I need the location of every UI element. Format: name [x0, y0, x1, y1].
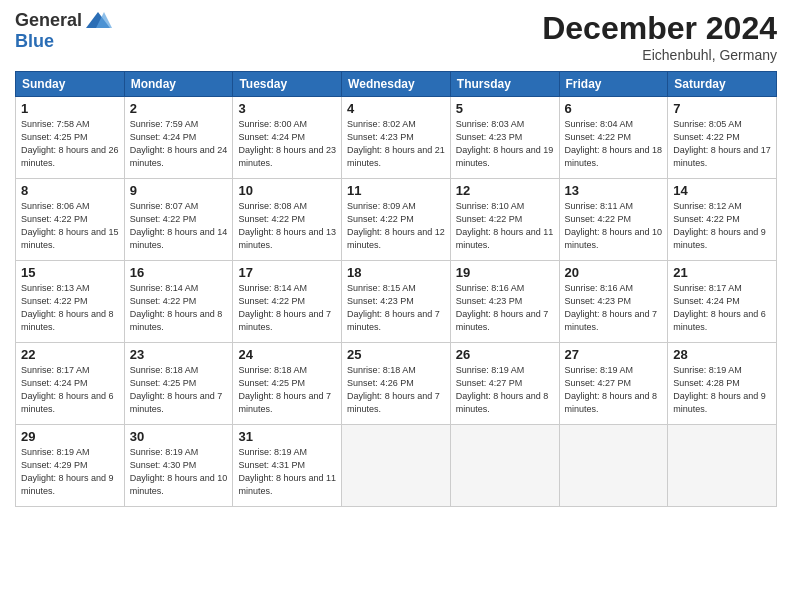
day-info: Sunrise: 8:17 AMSunset: 4:24 PMDaylight:… [21, 364, 119, 416]
day-number: 30 [130, 429, 228, 444]
day-number: 9 [130, 183, 228, 198]
day-info: Sunrise: 8:13 AMSunset: 4:22 PMDaylight:… [21, 282, 119, 334]
col-wednesday: Wednesday [342, 72, 451, 97]
calendar-week-row: 22Sunrise: 8:17 AMSunset: 4:24 PMDayligh… [16, 343, 777, 425]
calendar-week-row: 15Sunrise: 8:13 AMSunset: 4:22 PMDayligh… [16, 261, 777, 343]
day-number: 24 [238, 347, 336, 362]
logo: General Blue [15, 10, 112, 52]
day-info: Sunrise: 8:19 AMSunset: 4:28 PMDaylight:… [673, 364, 771, 416]
day-info: Sunrise: 8:16 AMSunset: 4:23 PMDaylight:… [456, 282, 554, 334]
day-number: 17 [238, 265, 336, 280]
calendar-day [450, 425, 559, 507]
col-friday: Friday [559, 72, 668, 97]
calendar-day: 23Sunrise: 8:18 AMSunset: 4:25 PMDayligh… [124, 343, 233, 425]
calendar-day: 11Sunrise: 8:09 AMSunset: 4:22 PMDayligh… [342, 179, 451, 261]
day-info: Sunrise: 8:04 AMSunset: 4:22 PMDaylight:… [565, 118, 663, 170]
day-info: Sunrise: 8:09 AMSunset: 4:22 PMDaylight:… [347, 200, 445, 252]
day-info: Sunrise: 8:06 AMSunset: 4:22 PMDaylight:… [21, 200, 119, 252]
calendar-day: 25Sunrise: 8:18 AMSunset: 4:26 PMDayligh… [342, 343, 451, 425]
calendar-day: 24Sunrise: 8:18 AMSunset: 4:25 PMDayligh… [233, 343, 342, 425]
calendar-table: Sunday Monday Tuesday Wednesday Thursday… [15, 71, 777, 507]
logo-general: General [15, 10, 82, 30]
col-monday: Monday [124, 72, 233, 97]
calendar-day: 9Sunrise: 8:07 AMSunset: 4:22 PMDaylight… [124, 179, 233, 261]
calendar-day: 22Sunrise: 8:17 AMSunset: 4:24 PMDayligh… [16, 343, 125, 425]
calendar-day: 31Sunrise: 8:19 AMSunset: 4:31 PMDayligh… [233, 425, 342, 507]
calendar-day [342, 425, 451, 507]
day-number: 8 [21, 183, 119, 198]
calendar-day [668, 425, 777, 507]
day-info: Sunrise: 8:14 AMSunset: 4:22 PMDaylight:… [130, 282, 228, 334]
day-number: 19 [456, 265, 554, 280]
day-number: 18 [347, 265, 445, 280]
day-number: 20 [565, 265, 663, 280]
location: Eichenbuhl, Germany [542, 47, 777, 63]
logo-icon [84, 10, 112, 32]
calendar-day: 29Sunrise: 8:19 AMSunset: 4:29 PMDayligh… [16, 425, 125, 507]
calendar-day: 8Sunrise: 8:06 AMSunset: 4:22 PMDaylight… [16, 179, 125, 261]
day-number: 23 [130, 347, 228, 362]
logo-blue: Blue [15, 32, 112, 52]
calendar-day [559, 425, 668, 507]
day-info: Sunrise: 8:12 AMSunset: 4:22 PMDaylight:… [673, 200, 771, 252]
calendar-day: 30Sunrise: 8:19 AMSunset: 4:30 PMDayligh… [124, 425, 233, 507]
calendar-day: 6Sunrise: 8:04 AMSunset: 4:22 PMDaylight… [559, 97, 668, 179]
day-info: Sunrise: 8:14 AMSunset: 4:22 PMDaylight:… [238, 282, 336, 334]
day-info: Sunrise: 8:17 AMSunset: 4:24 PMDaylight:… [673, 282, 771, 334]
calendar-day: 26Sunrise: 8:19 AMSunset: 4:27 PMDayligh… [450, 343, 559, 425]
calendar-day: 28Sunrise: 8:19 AMSunset: 4:28 PMDayligh… [668, 343, 777, 425]
day-info: Sunrise: 8:11 AMSunset: 4:22 PMDaylight:… [565, 200, 663, 252]
day-number: 5 [456, 101, 554, 116]
day-info: Sunrise: 8:19 AMSunset: 4:31 PMDaylight:… [238, 446, 336, 498]
calendar-day: 15Sunrise: 8:13 AMSunset: 4:22 PMDayligh… [16, 261, 125, 343]
calendar-week-row: 29Sunrise: 8:19 AMSunset: 4:29 PMDayligh… [16, 425, 777, 507]
calendar-day: 20Sunrise: 8:16 AMSunset: 4:23 PMDayligh… [559, 261, 668, 343]
calendar-header-row: Sunday Monday Tuesday Wednesday Thursday… [16, 72, 777, 97]
calendar-day: 16Sunrise: 8:14 AMSunset: 4:22 PMDayligh… [124, 261, 233, 343]
calendar-day: 3Sunrise: 8:00 AMSunset: 4:24 PMDaylight… [233, 97, 342, 179]
calendar-day: 12Sunrise: 8:10 AMSunset: 4:22 PMDayligh… [450, 179, 559, 261]
day-number: 26 [456, 347, 554, 362]
day-info: Sunrise: 8:02 AMSunset: 4:23 PMDaylight:… [347, 118, 445, 170]
day-number: 15 [21, 265, 119, 280]
col-sunday: Sunday [16, 72, 125, 97]
day-number: 28 [673, 347, 771, 362]
day-number: 1 [21, 101, 119, 116]
calendar-day: 18Sunrise: 8:15 AMSunset: 4:23 PMDayligh… [342, 261, 451, 343]
day-number: 16 [130, 265, 228, 280]
day-number: 10 [238, 183, 336, 198]
calendar-week-row: 1Sunrise: 7:58 AMSunset: 4:25 PMDaylight… [16, 97, 777, 179]
day-info: Sunrise: 8:18 AMSunset: 4:25 PMDaylight:… [130, 364, 228, 416]
day-number: 14 [673, 183, 771, 198]
day-info: Sunrise: 8:07 AMSunset: 4:22 PMDaylight:… [130, 200, 228, 252]
calendar-day: 2Sunrise: 7:59 AMSunset: 4:24 PMDaylight… [124, 97, 233, 179]
day-info: Sunrise: 8:16 AMSunset: 4:23 PMDaylight:… [565, 282, 663, 334]
calendar-day: 13Sunrise: 8:11 AMSunset: 4:22 PMDayligh… [559, 179, 668, 261]
day-number: 31 [238, 429, 336, 444]
day-number: 7 [673, 101, 771, 116]
calendar-day: 7Sunrise: 8:05 AMSunset: 4:22 PMDaylight… [668, 97, 777, 179]
col-thursday: Thursday [450, 72, 559, 97]
calendar-day: 10Sunrise: 8:08 AMSunset: 4:22 PMDayligh… [233, 179, 342, 261]
header: General Blue December 2024 Eichenbuhl, G… [15, 10, 777, 63]
day-info: Sunrise: 8:18 AMSunset: 4:25 PMDaylight:… [238, 364, 336, 416]
calendar-week-row: 8Sunrise: 8:06 AMSunset: 4:22 PMDaylight… [16, 179, 777, 261]
day-number: 25 [347, 347, 445, 362]
calendar-day: 21Sunrise: 8:17 AMSunset: 4:24 PMDayligh… [668, 261, 777, 343]
day-number: 27 [565, 347, 663, 362]
day-info: Sunrise: 8:19 AMSunset: 4:29 PMDaylight:… [21, 446, 119, 498]
month-year: December 2024 [542, 10, 777, 47]
day-number: 11 [347, 183, 445, 198]
day-number: 2 [130, 101, 228, 116]
day-info: Sunrise: 8:18 AMSunset: 4:26 PMDaylight:… [347, 364, 445, 416]
day-info: Sunrise: 7:59 AMSunset: 4:24 PMDaylight:… [130, 118, 228, 170]
day-number: 4 [347, 101, 445, 116]
calendar-day: 4Sunrise: 8:02 AMSunset: 4:23 PMDaylight… [342, 97, 451, 179]
title-block: December 2024 Eichenbuhl, Germany [542, 10, 777, 63]
day-info: Sunrise: 8:03 AMSunset: 4:23 PMDaylight:… [456, 118, 554, 170]
day-info: Sunrise: 8:19 AMSunset: 4:30 PMDaylight:… [130, 446, 228, 498]
day-info: Sunrise: 7:58 AMSunset: 4:25 PMDaylight:… [21, 118, 119, 170]
calendar-day: 17Sunrise: 8:14 AMSunset: 4:22 PMDayligh… [233, 261, 342, 343]
day-info: Sunrise: 8:05 AMSunset: 4:22 PMDaylight:… [673, 118, 771, 170]
calendar-day: 19Sunrise: 8:16 AMSunset: 4:23 PMDayligh… [450, 261, 559, 343]
